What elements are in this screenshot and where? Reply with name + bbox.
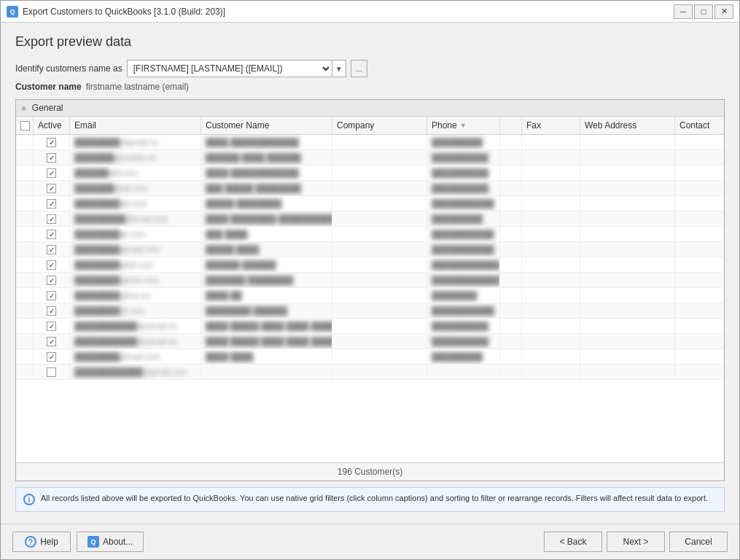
- about-button[interactable]: Q About...: [77, 532, 144, 552]
- web-cell: [580, 257, 675, 272]
- row-select-cell[interactable]: [16, 334, 34, 349]
- phone-cell: █████████: [427, 135, 500, 149]
- fax-cell: [522, 257, 580, 272]
- minimize-button[interactable]: ─: [674, 4, 693, 19]
- close-button[interactable]: ✕: [714, 4, 733, 19]
- active-cell[interactable]: [34, 135, 70, 149]
- info-icon: i: [23, 494, 35, 505]
- company-cell: [332, 196, 427, 211]
- col-header-active[interactable]: Active: [34, 117, 70, 134]
- restore-button[interactable]: □: [694, 4, 713, 19]
- active-cell[interactable]: [34, 211, 70, 226]
- row-select-cell[interactable]: [16, 227, 34, 241]
- company-cell: [332, 349, 427, 364]
- row-select-cell[interactable]: [16, 211, 34, 226]
- active-cell[interactable]: [34, 319, 70, 333]
- identify-select-wrapper[interactable]: [FIRSTNAME] [LASTNAME] ([EMAIL]) ▼: [127, 60, 346, 77]
- col-header-select[interactable]: [16, 117, 34, 134]
- row-select-cell[interactable]: [16, 196, 34, 211]
- fax-cell: [522, 181, 580, 195]
- active-cell[interactable]: [34, 166, 70, 180]
- active-checkbox[interactable]: [47, 199, 56, 209]
- cancel-button[interactable]: Cancel: [669, 532, 728, 552]
- active-cell[interactable]: [34, 288, 70, 303]
- email-cell: ████████@mail.com: [70, 349, 201, 364]
- row-select-cell[interactable]: [16, 150, 34, 165]
- identify-label: Identify customers name as: [15, 63, 122, 74]
- company-cell: [332, 303, 427, 318]
- active-cell[interactable]: [34, 257, 70, 272]
- web-cell: [580, 150, 675, 165]
- grid-group-header: ≡ General: [16, 100, 724, 117]
- active-checkbox[interactable]: [47, 138, 56, 147]
- customer-name-cell: ████ ████: [201, 349, 332, 364]
- back-button[interactable]: < Back: [544, 532, 602, 552]
- active-checkbox[interactable]: [47, 322, 56, 331]
- table-row: ████████@mail.com█████ ███████████████: [16, 242, 724, 257]
- active-checkbox[interactable]: [47, 352, 56, 362]
- row-select-cell[interactable]: [16, 257, 34, 272]
- active-checkbox[interactable]: [47, 230, 56, 239]
- row-select-cell[interactable]: [16, 349, 34, 364]
- col-header-fax[interactable]: Fax: [522, 117, 580, 134]
- active-cell[interactable]: [34, 349, 70, 364]
- col-header-customer-name[interactable]: Customer Name: [201, 117, 332, 134]
- table-row: ████████@mail.com████ █████████████: [16, 349, 724, 365]
- active-checkbox[interactable]: [47, 184, 56, 193]
- row-select-cell[interactable]: [16, 181, 34, 195]
- active-cell[interactable]: [34, 365, 70, 379]
- help-icon: ?: [25, 536, 36, 548]
- main-content: Export preview data Identify customers n…: [1, 23, 739, 524]
- identify-dots-button[interactable]: ...: [351, 60, 367, 77]
- active-checkbox[interactable]: [47, 306, 56, 316]
- active-checkbox[interactable]: [47, 276, 56, 285]
- customer-name-cell: [201, 365, 332, 379]
- contact-cell: [675, 257, 724, 272]
- select-all-checkbox[interactable]: [20, 121, 30, 131]
- active-checkbox[interactable]: [47, 260, 56, 270]
- active-checkbox[interactable]: [47, 214, 56, 224]
- active-cell[interactable]: [34, 303, 70, 318]
- contact-cell: [675, 349, 724, 364]
- col-header-phone[interactable]: Phone ▼: [427, 117, 500, 134]
- active-cell[interactable]: [34, 273, 70, 287]
- active-checkbox[interactable]: [47, 245, 56, 254]
- active-cell[interactable]: [34, 242, 70, 257]
- fax-filter-cell: [500, 288, 522, 303]
- active-cell[interactable]: [34, 227, 70, 241]
- row-select-cell[interactable]: [16, 288, 34, 303]
- dropdown-arrow-icon[interactable]: ▼: [332, 61, 346, 77]
- active-checkbox[interactable]: [47, 337, 56, 346]
- phone-cell: ██████████: [427, 181, 500, 195]
- row-select-cell[interactable]: [16, 242, 34, 257]
- row-select-cell[interactable]: [16, 319, 34, 333]
- next-button[interactable]: Next >: [607, 532, 665, 552]
- table-row: ████████@nsn.com███████ ████████████████…: [16, 273, 724, 288]
- active-cell[interactable]: [34, 334, 70, 349]
- customer-name-cell: ████ █████ ████ ████ ██████: [201, 319, 332, 333]
- active-checkbox[interactable]: [47, 368, 56, 377]
- active-cell[interactable]: [34, 150, 70, 165]
- col-header-web[interactable]: Web Address: [580, 117, 675, 134]
- help-button[interactable]: ? Help: [12, 532, 71, 552]
- email-cell: ███████@ail.com: [70, 181, 201, 195]
- row-select-cell[interactable]: [16, 365, 34, 379]
- data-grid: ≡ General Active Email Customer Name Com…: [15, 99, 725, 481]
- col-header-email[interactable]: Email: [70, 117, 201, 134]
- active-cell[interactable]: [34, 196, 70, 211]
- active-checkbox[interactable]: [47, 153, 56, 163]
- fax-filter-cell: [500, 242, 522, 257]
- row-select-cell[interactable]: [16, 135, 34, 149]
- row-select-cell[interactable]: [16, 303, 34, 318]
- table-row: ████████@.com████████ █████████████████: [16, 303, 724, 319]
- active-cell[interactable]: [34, 181, 70, 195]
- customer-name-row: Customer name firstname lastname (email): [15, 82, 725, 92]
- col-header-contact[interactable]: Contact: [675, 117, 725, 134]
- active-checkbox[interactable]: [47, 291, 56, 300]
- row-select-cell[interactable]: [16, 273, 34, 287]
- identify-select[interactable]: [FIRSTNAME] [LASTNAME] ([EMAIL]): [128, 61, 332, 77]
- row-select-cell[interactable]: [16, 166, 34, 180]
- active-checkbox[interactable]: [47, 168, 56, 178]
- col-header-company[interactable]: Company: [332, 117, 427, 134]
- fax-cell: [522, 303, 580, 318]
